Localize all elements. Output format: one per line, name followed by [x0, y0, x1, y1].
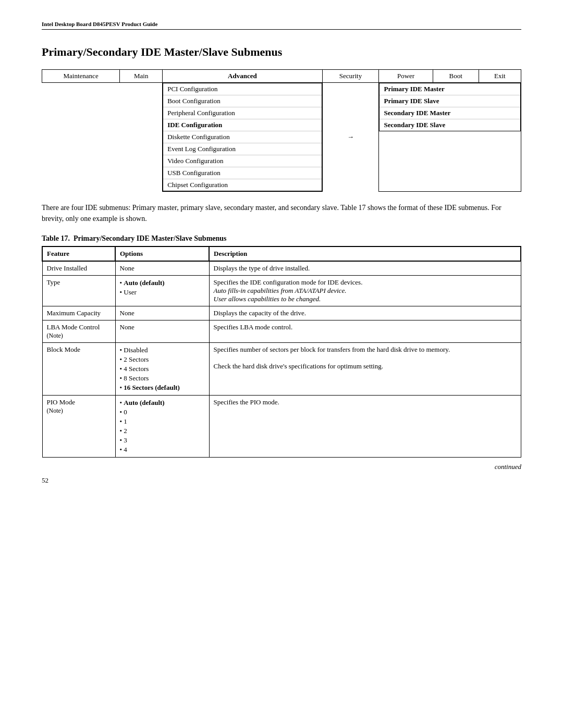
- option-pio-3: 3: [120, 436, 205, 445]
- arrow-cell: →: [322, 83, 379, 192]
- option-disabled: Disabled: [120, 346, 205, 355]
- dropdown-pci: PCI Configuration: [163, 83, 321, 95]
- table-caption: Table 17. Primary/Secondary IDE Master/S…: [42, 235, 521, 243]
- empty-cell-1: [42, 83, 120, 192]
- empty-cell-2: [120, 83, 163, 192]
- desc-type: Specifies the IDE configuration mode for…: [209, 276, 521, 306]
- menu-item-main: Main: [120, 70, 163, 83]
- table-row: Block Mode Disabled 2 Sectors 4 Sectors …: [42, 343, 521, 396]
- feature-pio: PIO Mode(Note): [42, 396, 115, 458]
- page-number: 52: [42, 476, 521, 485]
- dropdown-column: PCI Configuration Boot Configuration Per…: [163, 83, 322, 192]
- option-auto: Auto (default): [120, 278, 205, 288]
- bios-menu-table: Maintenance Main Advanced Security Power…: [42, 69, 521, 192]
- menu-item-exit: Exit: [479, 70, 521, 83]
- menu-item-power: Power: [379, 70, 433, 83]
- dropdown-boot: Boot Configuration: [163, 95, 321, 107]
- ide-submenu: Primary IDE Master Primary IDE Slave Sec…: [379, 83, 521, 131]
- options-pio: Auto (default) 0 1 2 3 4: [115, 396, 209, 458]
- continued-label: continued: [42, 463, 521, 471]
- desc-pio: Specifies the PIO mode.: [209, 396, 521, 458]
- submenu-secondary-slave: Secondary IDE Slave: [380, 119, 520, 131]
- menu-bar-row: Maintenance Main Advanced Security Power…: [42, 70, 521, 83]
- page-title: Primary/Secondary IDE Master/Slave Subme…: [42, 45, 521, 59]
- submenu-primary-slave: Primary IDE Slave: [380, 95, 520, 107]
- table-header-row: Feature Options Description: [42, 246, 521, 261]
- option-4sectors: 4 Sectors: [120, 364, 205, 374]
- options-block-mode: Disabled 2 Sectors 4 Sectors 8 Sectors 1…: [115, 343, 209, 396]
- dropdown-chipset: Chipset Configuration: [163, 179, 321, 191]
- dropdown-usb: USB Configuration: [163, 167, 321, 179]
- table-row: LBA Mode Control(Note) None Specifies LB…: [42, 320, 521, 343]
- options-type-list: Auto (default) User: [120, 278, 205, 297]
- table-row: Type Auto (default) User Specifies the I…: [42, 276, 521, 306]
- bios-menu-diagram: Maintenance Main Advanced Security Power…: [42, 69, 521, 192]
- menu-item-advanced: Advanced: [163, 70, 322, 83]
- option-pio-4: 4: [120, 445, 205, 454]
- desc-max-capacity: Displays the capacity of the drive.: [209, 306, 521, 320]
- options-max-capacity: None: [115, 306, 209, 320]
- col-options: Options: [115, 246, 209, 261]
- option-pio-auto: Auto (default): [120, 398, 205, 408]
- advanced-dropdown: PCI Configuration Boot Configuration Per…: [163, 83, 322, 191]
- col-feature: Feature: [42, 246, 115, 261]
- table-title-text: Primary/Secondary IDE Master/Slave Subme…: [74, 235, 227, 242]
- table-row: Maximum Capacity None Displays the capac…: [42, 306, 521, 320]
- submenu-secondary-master: Secondary IDE Master: [380, 107, 520, 119]
- body-paragraph: There are four IDE submenus: Primary mas…: [42, 202, 521, 224]
- menu-item-security: Security: [322, 70, 379, 83]
- options-type: Auto (default) User: [115, 276, 209, 306]
- feature-table: Feature Options Description Drive Instal…: [42, 246, 521, 458]
- option-user: User: [120, 288, 205, 297]
- dropdown-eventlog: Event Log Configuration: [163, 143, 321, 155]
- submenu-primary-master: Primary IDE Master: [380, 83, 520, 95]
- dropdown-peripheral: Peripheral Configuration: [163, 107, 321, 119]
- desc-block-mode: Specifies number of sectors per block fo…: [209, 343, 521, 396]
- option-pio-2: 2: [120, 426, 205, 436]
- dropdown-video: Video Configuration: [163, 155, 321, 167]
- header-title: Intel Desktop Board D845PESV Product Gui…: [42, 21, 157, 27]
- menu-dropdown-row: PCI Configuration Boot Configuration Per…: [42, 83, 521, 192]
- table-row: Drive Installed None Displays the type o…: [42, 261, 521, 276]
- desc-lba: Specifies LBA mode control.: [209, 320, 521, 343]
- feature-lba: LBA Mode Control(Note): [42, 320, 115, 343]
- option-16sectors: 16 Sectors (default): [120, 383, 205, 392]
- feature-block-mode: Block Mode: [42, 343, 115, 396]
- menu-item-boot: Boot: [433, 70, 479, 83]
- options-lba: None: [115, 320, 209, 343]
- option-pio-1: 1: [120, 417, 205, 426]
- desc-drive-installed: Displays the type of drive installed.: [209, 261, 521, 276]
- document-header: Intel Desktop Board D845PESV Product Gui…: [42, 21, 521, 30]
- table-row: PIO Mode(Note) Auto (default) 0 1 2 3 4 …: [42, 396, 521, 458]
- dropdown-diskette: Diskette Configuration: [163, 131, 321, 143]
- feature-drive-installed: Drive Installed: [42, 261, 115, 276]
- options-drive-installed: None: [115, 261, 209, 276]
- submenu-column: Primary IDE Master Primary IDE Slave Sec…: [379, 83, 521, 192]
- menu-item-maintenance: Maintenance: [42, 70, 120, 83]
- option-pio-0: 0: [120, 408, 205, 417]
- dropdown-ide: IDE Configuration: [163, 119, 321, 131]
- options-pio-list: Auto (default) 0 1 2 3 4: [120, 398, 205, 454]
- feature-max-capacity: Maximum Capacity: [42, 306, 115, 320]
- option-8sectors: 8 Sectors: [120, 374, 205, 383]
- col-description: Description: [209, 246, 521, 261]
- feature-type: Type: [42, 276, 115, 306]
- option-2sectors: 2 Sectors: [120, 355, 205, 364]
- options-block-list: Disabled 2 Sectors 4 Sectors 8 Sectors 1…: [120, 346, 205, 392]
- table-label: Table 17.: [42, 235, 74, 242]
